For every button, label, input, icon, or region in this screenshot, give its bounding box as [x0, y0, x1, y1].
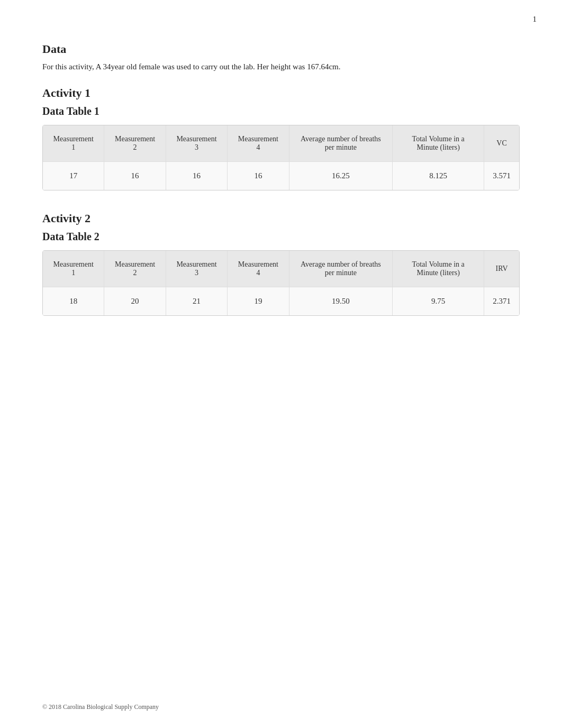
activity2-table-title: Data Table 2 — [42, 231, 520, 243]
activity1-row-m1: 17 — [43, 162, 104, 190]
activity2-row-m4: 19 — [228, 287, 289, 316]
activity1-col-m4: Measurement 4 — [228, 125, 289, 162]
activity2-col-m4: Measurement 4 — [228, 251, 289, 287]
activity2-col-irv: IRV — [484, 251, 519, 287]
activity2-col-total-volume: Total Volume in a Minute (liters) — [393, 251, 484, 287]
activity1-row-m3: 16 — [166, 162, 227, 190]
footer-text: © 2018 Carolina Biological Supply Compan… — [42, 703, 159, 711]
activity1-col-total-volume: Total Volume in a Minute (liters) — [393, 125, 484, 162]
activity2-row-irv: 2.371 — [484, 287, 519, 316]
activity1-col-vc: VC — [484, 125, 519, 162]
activity1-row-avg: 16.25 — [289, 162, 393, 190]
activity1-row-total-volume: 8.125 — [393, 162, 484, 190]
activity1-table-title: Data Table 1 — [42, 105, 520, 117]
intro-body: For this activity, A 34year old female w… — [42, 62, 520, 71]
activity1-row-m4: 16 — [228, 162, 289, 190]
activity2-col-m3: Measurement 3 — [166, 251, 227, 287]
activity1-row-vc: 3.571 — [484, 162, 519, 190]
activity2-title: Activity 2 — [42, 212, 520, 225]
activity1-data-row: 17 16 16 16 16.25 8.125 3.571 — [43, 162, 519, 190]
activity2-row-avg: 19.50 — [289, 287, 393, 316]
activity2-col-avg: Average number of breaths per minute — [289, 251, 393, 287]
activity1-table-wrapper: Measurement 1 Measurement 2 Measurement … — [42, 125, 520, 190]
activity2-row-total-volume: 9.75 — [393, 287, 484, 316]
activity2-table-wrapper: Measurement 1 Measurement 2 Measurement … — [42, 250, 520, 316]
activity2-col-m1: Measurement 1 — [43, 251, 104, 287]
activity2-row-m3: 21 — [166, 287, 227, 316]
activity1-col-m2: Measurement 2 — [104, 125, 166, 162]
activity2-col-m2: Measurement 2 — [104, 251, 166, 287]
section-title: Data — [42, 42, 520, 56]
activity2-row-m2: 20 — [104, 287, 166, 316]
activity1-row-m2: 16 — [104, 162, 166, 190]
activity2-data-row: 18 20 21 19 19.50 9.75 2.371 — [43, 287, 519, 316]
activity1-title: Activity 1 — [42, 86, 520, 100]
activity2-table: Measurement 1 Measurement 2 Measurement … — [43, 251, 519, 315]
activity1-col-avg: Average number of breaths per minute — [289, 125, 393, 162]
activity2-row-m1: 18 — [43, 287, 104, 316]
page-number: 1 — [533, 15, 537, 24]
activity1-table: Measurement 1 Measurement 2 Measurement … — [43, 125, 519, 190]
activity1-col-m3: Measurement 3 — [166, 125, 227, 162]
activity1-col-m1: Measurement 1 — [43, 125, 104, 162]
